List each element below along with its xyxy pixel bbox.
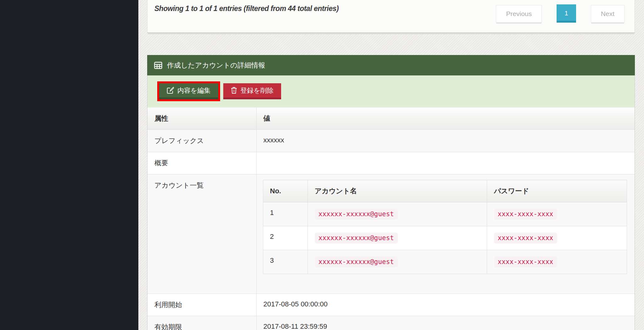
account-row: 3 xxxxxx-xxxxxx@guest xxxx-xxxx-xxxx <box>263 250 627 274</box>
row-value <box>256 152 635 174</box>
row-label: 有効期限 <box>147 316 256 330</box>
row-value: xxxxxx <box>256 130 635 152</box>
account-no: 1 <box>263 202 308 226</box>
account-no: 2 <box>263 226 308 250</box>
table-row-account-list: アカウント一覧 No. アカウント名 パスワード <box>147 174 635 294</box>
account-row: 2 xxxxxx-xxxxxx@guest xxxx-xxxx-xxxx <box>263 226 627 250</box>
page: Showing 1 to 1 of 1 entries (filtered fr… <box>0 0 644 330</box>
row-value: No. アカウント名 パスワード 1 xxxxxx <box>256 174 635 294</box>
attribute-table-header-row: 属性 値 <box>147 107 635 130</box>
datatable-footer-panel: Showing 1 to 1 of 1 entries (filtered fr… <box>147 0 635 33</box>
password-code: xxxx-xxxx-xxxx <box>494 256 557 267</box>
row-value: 2017-08-05 00:00:00 <box>256 294 635 316</box>
row-label: アカウント一覧 <box>147 174 256 294</box>
pagination: Previous 1 Next <box>496 5 625 23</box>
account-name: xxxxxx-xxxxxx@guest <box>308 202 487 226</box>
password-column-header: パスワード <box>487 180 627 202</box>
edit-pencil-square-icon <box>167 87 174 94</box>
panel-title: 作成したアカウントの詳細情報 <box>167 61 265 70</box>
password-code: xxxx-xxxx-xxxx <box>494 233 557 244</box>
account-detail-panel: 作成したアカウントの詳細情報 内容を編集 <box>147 55 635 330</box>
password-code: xxxx-xxxx-xxxx <box>494 209 557 220</box>
account-password: xxxx-xxxx-xxxx <box>487 250 627 274</box>
table-row-start-date: 利用開始 2017-08-05 00:00:00 <box>147 294 635 316</box>
account-name-code: xxxxxx-xxxxxx@guest <box>315 256 398 267</box>
pagination-page-1-button[interactable]: 1 <box>557 4 576 23</box>
delete-registration-button[interactable]: 登録を削除 <box>223 83 281 99</box>
account-name-code: xxxxxx-xxxxxx@guest <box>315 209 398 220</box>
account-name-column-header: アカウント名 <box>308 180 487 202</box>
table-row-summary: 概要 <box>147 152 635 174</box>
panel-body: 内容を編集 登録を削除 <box>147 75 635 330</box>
row-label: プレフィックス <box>147 130 256 152</box>
sidebar <box>0 0 138 330</box>
account-no: 3 <box>263 250 308 274</box>
account-password: xxxx-xxxx-xxxx <box>487 226 627 250</box>
row-label: 概要 <box>147 152 256 174</box>
account-name-code: xxxxxx-xxxxxx@guest <box>315 233 398 244</box>
value-column-header: 値 <box>256 107 635 130</box>
table-row-prefix: プレフィックス xxxxxx <box>147 130 635 152</box>
account-password: xxxx-xxxx-xxxx <box>487 202 627 226</box>
attribute-table: 属性 値 プレフィックス xxxxxx 概要 アカウント一覧 <box>147 107 635 330</box>
account-name: xxxxxx-xxxxxx@guest <box>308 226 487 250</box>
attribute-column-header: 属性 <box>147 107 256 130</box>
datatable-info-text: Showing 1 to 1 of 1 entries (filtered fr… <box>154 4 339 13</box>
panel-heading: 作成したアカウントの詳細情報 <box>147 55 635 75</box>
account-list-table: No. アカウント名 パスワード 1 xxxxxx <box>263 180 627 274</box>
account-name: xxxxxx-xxxxxx@guest <box>308 250 487 274</box>
table-icon <box>154 62 162 69</box>
edit-content-button[interactable]: 内容を編集 <box>159 83 218 99</box>
account-table-header-row: No. アカウント名 パスワード <box>263 180 627 202</box>
pagination-previous-button[interactable]: Previous <box>496 5 542 23</box>
table-row-expiration: 有効期限 2017-08-11 23:59:59 <box>147 316 635 330</box>
account-row: 1 xxxxxx-xxxxxx@guest xxxx-xxxx-xxxx <box>263 202 627 226</box>
row-label: 利用開始 <box>147 294 256 316</box>
no-column-header: No. <box>263 180 308 202</box>
delete-button-label: 登録を削除 <box>241 86 274 95</box>
row-value: 2017-08-11 23:59:59 <box>256 316 635 330</box>
pagination-next-button[interactable]: Next <box>591 5 625 23</box>
panel-toolbar: 内容を編集 登録を削除 <box>147 75 635 107</box>
trash-icon <box>231 87 237 94</box>
edit-button-highlight: 内容を編集 <box>157 81 220 101</box>
edit-button-label: 内容を編集 <box>177 86 211 95</box>
